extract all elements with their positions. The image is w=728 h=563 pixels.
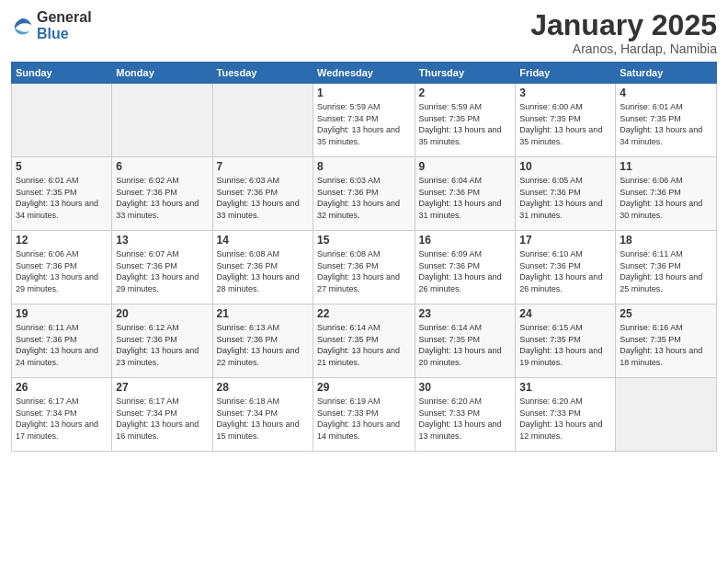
day-number: 30 — [419, 381, 512, 394]
title-area: January 2025 Aranos, Hardap, Namibia — [530, 9, 717, 56]
day-number: 22 — [317, 307, 410, 320]
day-number: 4 — [620, 86, 712, 99]
day-info: Sunrise: 6:16 AM Sunset: 7:35 PM Dayligh… — [620, 322, 712, 368]
header: General Blue January 2025 Aranos, Hardap… — [11, 9, 717, 56]
day-cell: 29Sunrise: 6:19 AM Sunset: 7:33 PM Dayli… — [313, 378, 415, 452]
day-cell — [112, 84, 212, 157]
day-cell: 6Sunrise: 6:02 AM Sunset: 7:36 PM Daylig… — [112, 157, 212, 231]
day-cell: 22Sunrise: 6:14 AM Sunset: 7:35 PM Dayli… — [313, 304, 415, 378]
day-cell: 21Sunrise: 6:13 AM Sunset: 7:36 PM Dayli… — [212, 304, 313, 378]
day-info: Sunrise: 6:03 AM Sunset: 7:36 PM Dayligh… — [317, 175, 410, 221]
day-info: Sunrise: 6:11 AM Sunset: 7:36 PM Dayligh… — [16, 322, 108, 368]
day-cell: 27Sunrise: 6:17 AM Sunset: 7:34 PM Dayli… — [112, 378, 212, 452]
day-info: Sunrise: 5:59 AM Sunset: 7:35 PM Dayligh… — [419, 101, 512, 147]
day-info: Sunrise: 6:18 AM Sunset: 7:34 PM Dayligh… — [217, 396, 309, 442]
day-number: 24 — [519, 307, 611, 320]
day-info: Sunrise: 6:06 AM Sunset: 7:36 PM Dayligh… — [620, 175, 712, 221]
day-number: 28 — [217, 381, 309, 394]
weekday-header-tuesday: Tuesday — [212, 63, 313, 84]
day-number: 12 — [16, 234, 108, 247]
day-number: 8 — [317, 160, 410, 173]
weekday-header-saturday: Saturday — [616, 63, 717, 84]
day-info: Sunrise: 6:05 AM Sunset: 7:36 PM Dayligh… — [519, 175, 611, 221]
day-info: Sunrise: 6:01 AM Sunset: 7:35 PM Dayligh… — [16, 175, 108, 221]
day-info: Sunrise: 6:10 AM Sunset: 7:36 PM Dayligh… — [519, 248, 611, 294]
day-number: 27 — [116, 381, 208, 394]
day-info: Sunrise: 6:04 AM Sunset: 7:36 PM Dayligh… — [419, 175, 512, 221]
day-cell: 12Sunrise: 6:06 AM Sunset: 7:36 PM Dayli… — [12, 231, 112, 304]
day-info: Sunrise: 6:08 AM Sunset: 7:36 PM Dayligh… — [217, 248, 309, 294]
day-info: Sunrise: 6:13 AM Sunset: 7:36 PM Dayligh… — [217, 322, 309, 368]
location: Aranos, Hardap, Namibia — [530, 41, 717, 56]
day-cell: 1Sunrise: 5:59 AM Sunset: 7:34 PM Daylig… — [313, 84, 415, 157]
day-cell: 31Sunrise: 6:20 AM Sunset: 7:33 PM Dayli… — [516, 378, 616, 452]
day-info: Sunrise: 6:19 AM Sunset: 7:33 PM Dayligh… — [317, 396, 410, 442]
weekday-header-thursday: Thursday — [415, 63, 516, 84]
day-number: 31 — [519, 381, 611, 394]
day-cell: 14Sunrise: 6:08 AM Sunset: 7:36 PM Dayli… — [212, 231, 313, 304]
day-info: Sunrise: 5:59 AM Sunset: 7:34 PM Dayligh… — [317, 101, 410, 147]
day-cell: 7Sunrise: 6:03 AM Sunset: 7:36 PM Daylig… — [212, 157, 313, 231]
day-info: Sunrise: 6:17 AM Sunset: 7:34 PM Dayligh… — [16, 396, 108, 442]
day-info: Sunrise: 6:03 AM Sunset: 7:36 PM Dayligh… — [217, 175, 309, 221]
day-cell: 23Sunrise: 6:14 AM Sunset: 7:35 PM Dayli… — [415, 304, 516, 378]
weekday-header-wednesday: Wednesday — [313, 63, 415, 84]
day-number: 21 — [217, 307, 309, 320]
day-info: Sunrise: 6:15 AM Sunset: 7:35 PM Dayligh… — [519, 322, 611, 368]
day-number: 17 — [519, 234, 611, 247]
day-info: Sunrise: 6:06 AM Sunset: 7:36 PM Dayligh… — [16, 248, 108, 294]
day-cell: 16Sunrise: 6:09 AM Sunset: 7:36 PM Dayli… — [415, 231, 516, 304]
day-cell: 17Sunrise: 6:10 AM Sunset: 7:36 PM Dayli… — [516, 231, 616, 304]
day-number: 18 — [620, 234, 712, 247]
day-number: 13 — [116, 234, 208, 247]
day-info: Sunrise: 6:02 AM Sunset: 7:36 PM Dayligh… — [116, 175, 208, 221]
week-row-3: 12Sunrise: 6:06 AM Sunset: 7:36 PM Dayli… — [12, 231, 717, 304]
day-number: 16 — [419, 234, 512, 247]
day-cell: 13Sunrise: 6:07 AM Sunset: 7:36 PM Dayli… — [112, 231, 212, 304]
day-info: Sunrise: 6:09 AM Sunset: 7:36 PM Dayligh… — [419, 248, 512, 294]
day-cell: 2Sunrise: 5:59 AM Sunset: 7:35 PM Daylig… — [415, 84, 516, 157]
week-row-5: 26Sunrise: 6:17 AM Sunset: 7:34 PM Dayli… — [12, 378, 717, 452]
day-cell: 15Sunrise: 6:08 AM Sunset: 7:36 PM Dayli… — [313, 231, 415, 304]
day-number: 1 — [317, 86, 410, 99]
logo: General Blue — [11, 9, 92, 41]
day-cell: 11Sunrise: 6:06 AM Sunset: 7:36 PM Dayli… — [616, 157, 717, 231]
day-number: 20 — [116, 307, 208, 320]
day-info: Sunrise: 6:08 AM Sunset: 7:36 PM Dayligh… — [317, 248, 410, 294]
day-cell: 28Sunrise: 6:18 AM Sunset: 7:34 PM Dayli… — [212, 378, 313, 452]
weekday-header-monday: Monday — [112, 63, 212, 84]
day-number: 5 — [16, 160, 108, 173]
weekday-header-sunday: Sunday — [12, 63, 112, 84]
day-cell: 8Sunrise: 6:03 AM Sunset: 7:36 PM Daylig… — [313, 157, 415, 231]
day-cell — [616, 378, 717, 452]
day-info: Sunrise: 6:14 AM Sunset: 7:35 PM Dayligh… — [317, 322, 410, 368]
day-cell: 20Sunrise: 6:12 AM Sunset: 7:36 PM Dayli… — [112, 304, 212, 378]
day-number: 23 — [419, 307, 512, 320]
day-cell: 10Sunrise: 6:05 AM Sunset: 7:36 PM Dayli… — [516, 157, 616, 231]
day-cell: 26Sunrise: 6:17 AM Sunset: 7:34 PM Dayli… — [12, 378, 112, 452]
day-info: Sunrise: 6:07 AM Sunset: 7:36 PM Dayligh… — [116, 248, 208, 294]
logo-text: General Blue — [37, 9, 92, 41]
day-number: 14 — [217, 234, 309, 247]
calendar: SundayMondayTuesdayWednesdayThursdayFrid… — [11, 62, 717, 452]
day-cell: 25Sunrise: 6:16 AM Sunset: 7:35 PM Dayli… — [616, 304, 717, 378]
day-cell — [212, 84, 313, 157]
logo-general: General — [37, 9, 92, 26]
day-number: 19 — [16, 307, 108, 320]
day-info: Sunrise: 6:14 AM Sunset: 7:35 PM Dayligh… — [419, 322, 512, 368]
day-info: Sunrise: 6:00 AM Sunset: 7:35 PM Dayligh… — [519, 101, 611, 147]
day-cell: 24Sunrise: 6:15 AM Sunset: 7:35 PM Dayli… — [516, 304, 616, 378]
week-row-1: 1Sunrise: 5:59 AM Sunset: 7:34 PM Daylig… — [12, 84, 717, 157]
day-cell: 30Sunrise: 6:20 AM Sunset: 7:33 PM Dayli… — [415, 378, 516, 452]
day-number: 26 — [16, 381, 108, 394]
weekday-header-friday: Friday — [516, 63, 616, 84]
day-number: 2 — [419, 86, 512, 99]
day-number: 6 — [116, 160, 208, 173]
day-info: Sunrise: 6:17 AM Sunset: 7:34 PM Dayligh… — [116, 396, 208, 442]
day-cell: 4Sunrise: 6:01 AM Sunset: 7:35 PM Daylig… — [616, 84, 717, 157]
day-number: 29 — [317, 381, 410, 394]
day-number: 10 — [519, 160, 611, 173]
day-info: Sunrise: 6:20 AM Sunset: 7:33 PM Dayligh… — [419, 396, 512, 442]
day-number: 9 — [419, 160, 512, 173]
day-number: 15 — [317, 234, 410, 247]
